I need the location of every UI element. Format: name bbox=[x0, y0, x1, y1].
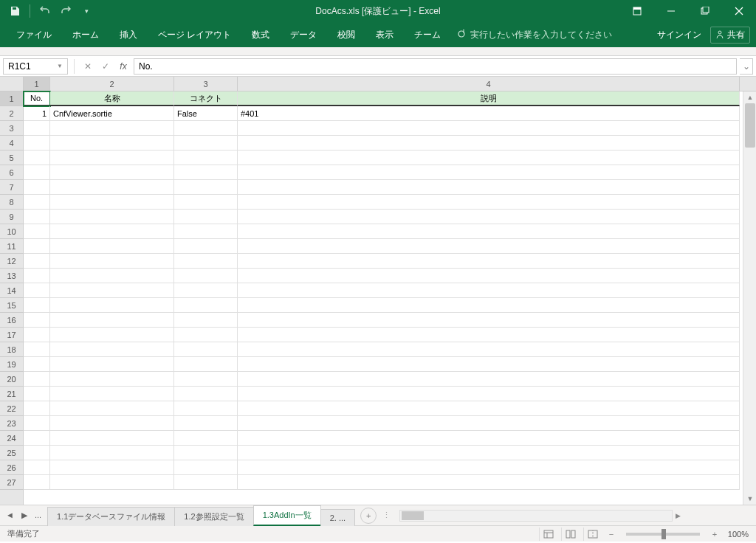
data-cell[interactable] bbox=[50, 224, 174, 239]
data-cell[interactable] bbox=[24, 342, 50, 357]
data-cell[interactable] bbox=[174, 269, 238, 283]
data-cell[interactable] bbox=[50, 254, 174, 269]
row-header[interactable]: 17 bbox=[0, 328, 23, 342]
data-cell[interactable] bbox=[50, 210, 174, 224]
data-cell[interactable]: CnfViewer.sortie bbox=[50, 106, 174, 121]
column-header[interactable]: 1 bbox=[24, 77, 50, 91]
data-cell[interactable] bbox=[238, 254, 740, 269]
column-header[interactable]: 4 bbox=[238, 77, 740, 91]
tell-me-search[interactable]: 実行したい作業を入力してください bbox=[457, 29, 612, 41]
data-cell[interactable] bbox=[238, 283, 740, 298]
sheet-tab[interactable]: 2. ... bbox=[320, 509, 355, 526]
data-cell[interactable] bbox=[24, 254, 50, 269]
data-cell[interactable] bbox=[174, 357, 238, 372]
minimize-button[interactable] bbox=[654, 0, 688, 22]
data-cell[interactable] bbox=[174, 387, 238, 401]
qat-customize-icon[interactable]: ▾ bbox=[78, 2, 95, 20]
zoom-level[interactable]: 100% bbox=[728, 530, 749, 539]
data-cell[interactable] bbox=[50, 136, 174, 151]
row-header[interactable]: 27 bbox=[0, 475, 23, 490]
vertical-scroll-thumb[interactable] bbox=[745, 103, 755, 148]
data-cell[interactable] bbox=[174, 283, 238, 298]
tab-data[interactable]: データ bbox=[280, 22, 327, 47]
row-header[interactable]: 24 bbox=[0, 431, 23, 446]
data-cell[interactable] bbox=[24, 210, 50, 224]
data-cell[interactable] bbox=[174, 475, 238, 490]
row-header[interactable]: 7 bbox=[0, 180, 23, 195]
row-header[interactable]: 8 bbox=[0, 195, 23, 210]
horizontal-scroll-thumb[interactable] bbox=[402, 511, 424, 520]
header-cell[interactable]: No. bbox=[24, 91, 50, 106]
data-cell[interactable] bbox=[238, 313, 740, 328]
zoom-slider-thumb[interactable] bbox=[662, 529, 666, 539]
normal-view-button[interactable] bbox=[539, 528, 558, 541]
tab-formulas[interactable]: 数式 bbox=[241, 22, 280, 47]
data-cell[interactable] bbox=[238, 136, 740, 151]
cells-area[interactable]: No.名称コネクト説明1CnfViewer.sortieFalse#401 bbox=[24, 91, 743, 505]
zoom-slider[interactable] bbox=[626, 533, 700, 536]
data-cell[interactable] bbox=[50, 328, 174, 342]
data-cell[interactable] bbox=[174, 210, 238, 224]
data-cell[interactable] bbox=[50, 151, 174, 165]
row-header[interactable]: 20 bbox=[0, 372, 23, 387]
data-cell[interactable] bbox=[24, 357, 50, 372]
name-box[interactable]: R1C1 ▼ bbox=[3, 58, 68, 75]
row-header[interactable]: 19 bbox=[0, 357, 23, 372]
data-cell[interactable] bbox=[50, 416, 174, 431]
data-cell[interactable] bbox=[50, 460, 174, 475]
close-button[interactable] bbox=[722, 0, 756, 22]
zoom-out-button[interactable]: − bbox=[605, 530, 617, 539]
row-header[interactable]: 11 bbox=[0, 239, 23, 254]
horizontal-scrollbar[interactable] bbox=[399, 510, 673, 522]
data-cell[interactable] bbox=[238, 475, 740, 490]
header-cell[interactable]: コネクト bbox=[174, 91, 238, 106]
select-all-corner[interactable] bbox=[0, 77, 24, 91]
data-cell[interactable] bbox=[50, 195, 174, 210]
data-cell[interactable] bbox=[24, 313, 50, 328]
row-header[interactable]: 9 bbox=[0, 210, 23, 224]
data-cell[interactable] bbox=[238, 195, 740, 210]
row-header[interactable]: 21 bbox=[0, 387, 23, 401]
sign-in-link[interactable]: サインイン bbox=[657, 29, 701, 41]
data-cell[interactable] bbox=[238, 210, 740, 224]
row-header[interactable]: 16 bbox=[0, 313, 23, 328]
chevron-down-icon[interactable]: ▼ bbox=[57, 63, 63, 69]
data-cell[interactable] bbox=[24, 475, 50, 490]
data-cell[interactable] bbox=[238, 121, 740, 136]
row-header[interactable]: 6 bbox=[0, 165, 23, 180]
tab-file[interactable]: ファイル bbox=[6, 22, 62, 47]
row-header[interactable]: 25 bbox=[0, 446, 23, 460]
row-header[interactable]: 12 bbox=[0, 254, 23, 269]
data-cell[interactable] bbox=[174, 342, 238, 357]
sheet-tab[interactable]: 1.1データベースファイル情報 bbox=[47, 507, 175, 526]
data-cell[interactable] bbox=[174, 180, 238, 195]
vertical-scrollbar[interactable]: ▲ ▼ bbox=[743, 91, 756, 505]
sheet-tab[interactable]: 1.2参照設定一覧 bbox=[174, 507, 253, 526]
data-cell[interactable] bbox=[24, 283, 50, 298]
data-cell[interactable] bbox=[238, 224, 740, 239]
data-cell[interactable]: #401 bbox=[238, 106, 740, 121]
row-header[interactable]: 15 bbox=[0, 298, 23, 313]
tab-team[interactable]: チーム bbox=[404, 22, 451, 47]
row-header[interactable]: 5 bbox=[0, 151, 23, 165]
data-cell[interactable] bbox=[50, 283, 174, 298]
page-break-view-button[interactable] bbox=[583, 528, 602, 541]
data-cell[interactable] bbox=[24, 151, 50, 165]
share-button[interactable]: 共有 bbox=[710, 27, 750, 44]
data-cell[interactable] bbox=[238, 431, 740, 446]
data-cell[interactable] bbox=[174, 328, 238, 342]
scroll-down-icon[interactable]: ▼ bbox=[743, 493, 756, 505]
data-cell[interactable] bbox=[24, 401, 50, 416]
data-cell[interactable] bbox=[50, 357, 174, 372]
row-header[interactable]: 26 bbox=[0, 460, 23, 475]
data-cell[interactable] bbox=[50, 387, 174, 401]
data-cell[interactable] bbox=[174, 121, 238, 136]
data-cell[interactable] bbox=[174, 313, 238, 328]
data-cell[interactable] bbox=[238, 269, 740, 283]
undo-button[interactable] bbox=[36, 2, 54, 20]
data-cell[interactable] bbox=[24, 269, 50, 283]
data-cell[interactable] bbox=[50, 313, 174, 328]
data-cell[interactable] bbox=[50, 372, 174, 387]
header-cell[interactable]: 名称 bbox=[50, 91, 174, 106]
data-cell[interactable] bbox=[24, 387, 50, 401]
